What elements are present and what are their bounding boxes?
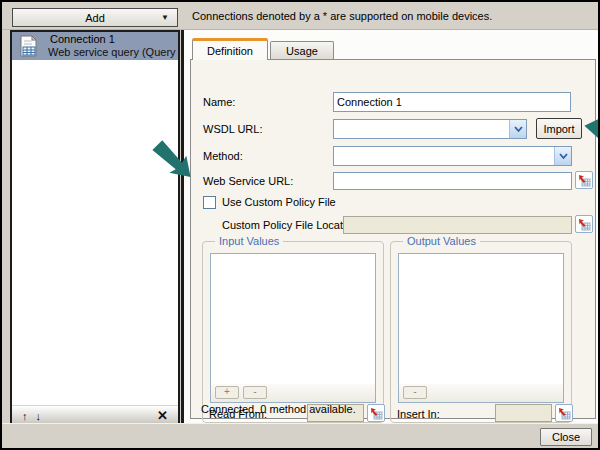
definition-tab-content: Name: WSDL URL: Import Method: Web Servi…	[190, 59, 596, 419]
wsdl-url-label: WSDL URL:	[203, 123, 263, 135]
method-label: Method:	[203, 150, 243, 162]
tab-definition[interactable]: Definition	[192, 38, 268, 60]
chevron-down-icon: ▼	[161, 13, 169, 22]
custom-policy-location-label: Custom Policy File Location:	[222, 219, 361, 231]
use-custom-policy-label: Use Custom Policy File	[222, 196, 336, 208]
close-button-label: Close	[552, 431, 580, 443]
remove-input-value-button: -	[243, 386, 267, 399]
custom-policy-location-field	[343, 216, 572, 234]
connection-list: Connection 1 Web service query (Query as…	[10, 30, 180, 427]
remove-output-value-button: -	[403, 386, 427, 399]
insert-in-field	[495, 404, 552, 422]
output-values-group: Output Values - Insert In:	[390, 241, 572, 423]
add-button-label: Add	[85, 12, 105, 24]
close-button[interactable]: Close	[540, 428, 592, 446]
tab-definition-label: Definition	[207, 45, 253, 57]
tab-usage[interactable]: Usage	[270, 41, 334, 60]
name-label: Name:	[203, 96, 235, 108]
formula-picker-icon[interactable]	[555, 404, 573, 422]
delete-connection-button[interactable]: ✕	[153, 408, 172, 423]
add-input-value-button: +	[215, 386, 239, 399]
input-values-list-footer: + -	[211, 384, 375, 402]
wsdl-url-combobox[interactable]	[333, 119, 527, 139]
output-values-list[interactable]: -	[398, 253, 564, 403]
mobile-support-notice: Connections denoted by a * are supported…	[192, 2, 492, 30]
list-toolbar: ↑ ↓ ✕	[12, 405, 178, 425]
query-document-icon	[17, 34, 41, 58]
dialog-footer: Close	[2, 423, 598, 448]
output-values-label: Output Values	[403, 235, 480, 247]
connection-list-item[interactable]: Connection 1 Web service query (Query as…	[12, 32, 178, 60]
input-values-group: Input Values + - Read From:	[202, 241, 384, 423]
input-values-list[interactable]: + -	[210, 253, 376, 403]
move-down-button[interactable]: ↓	[32, 410, 46, 422]
use-custom-policy-checkbox[interactable]	[203, 196, 216, 209]
web-service-url-label: Web Service URL:	[203, 175, 293, 187]
input-values-label: Input Values	[215, 235, 283, 247]
add-button[interactable]: Add ▼	[12, 8, 178, 27]
name-input[interactable]	[333, 92, 571, 112]
tab-usage-label: Usage	[286, 45, 318, 57]
insert-in-label: Insert In:	[397, 408, 440, 420]
move-up-button[interactable]: ↑	[18, 410, 32, 422]
web-service-url-input[interactable]	[333, 172, 572, 190]
formula-picker-icon[interactable]	[575, 215, 593, 233]
formula-picker-icon[interactable]	[575, 171, 593, 189]
annotation-arrow-import-icon	[584, 115, 600, 145]
output-values-list-footer: -	[399, 384, 563, 402]
detail-panel: Definition Usage Name: WSDL URL: Import …	[184, 30, 600, 426]
top-bar: Add ▼ Connections denoted by a * are sup…	[2, 2, 598, 30]
method-combobox[interactable]	[333, 146, 572, 166]
import-button[interactable]: Import	[536, 118, 582, 139]
chevron-down-icon[interactable]	[554, 147, 571, 165]
connection-status-text: Connected. 0 method available.	[201, 403, 356, 415]
import-button-label: Import	[543, 123, 574, 135]
connection-item-subtitle: Web service query (Query as a W	[48, 46, 176, 58]
formula-picker-icon[interactable]	[367, 404, 385, 422]
connection-item-title: Connection 1	[50, 33, 115, 45]
connection-dialog-window: Add ▼ Connections denoted by a * are sup…	[0, 0, 600, 450]
chevron-down-icon[interactable]	[509, 120, 526, 138]
